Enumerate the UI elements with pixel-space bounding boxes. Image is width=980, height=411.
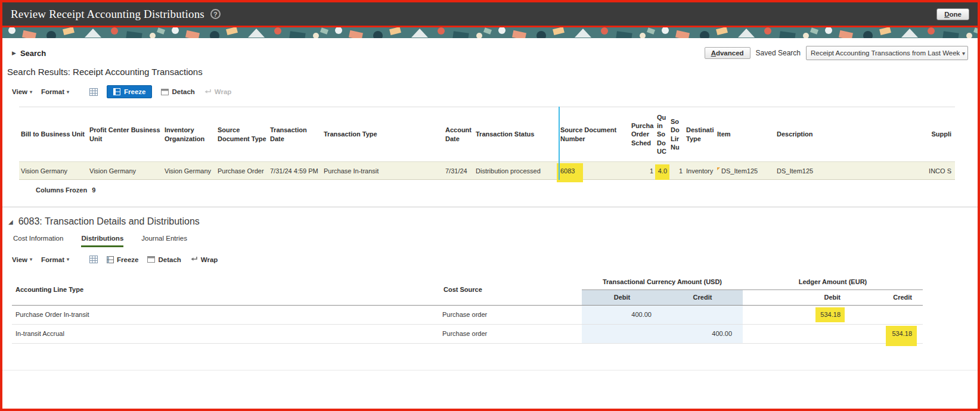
detach-button-label: Detach (172, 88, 194, 95)
view-menu-label: View (12, 256, 27, 263)
chevron-down-icon: ▾ (67, 257, 69, 262)
detach-icon (161, 89, 169, 95)
results-table-container: Bill to Business Unit Profit Center Busi… (2, 107, 978, 180)
freeze-button[interactable]: Freeze (107, 85, 152, 98)
format-menu-button[interactable]: Format ▾ (41, 256, 69, 263)
disclosure-expanded-icon[interactable]: ◢ (8, 219, 13, 225)
wrap-button-label: Wrap (215, 88, 232, 95)
column-header[interactable]: Transaction Date (268, 107, 322, 162)
distribution-row[interactable]: In-transit Accrual Purchase order 400.00… (12, 324, 923, 343)
chevron-down-icon: ▾ (30, 257, 32, 262)
cell-source-doc-number: 6083 (559, 162, 629, 180)
results-data-row[interactable]: Vision Germany Vision Germany Vision Ger… (19, 162, 955, 180)
grid-icon-button[interactable] (89, 88, 98, 96)
highlight-eur-credit: 534.18 (886, 326, 917, 346)
detach-button[interactable]: Detach (161, 88, 194, 95)
search-panel-header: ▶ Search Advanced Saved Search Receipt A… (2, 38, 978, 61)
column-header[interactable]: Description (775, 107, 910, 162)
column-header[interactable]: Qu in So Do UC (655, 107, 669, 162)
distributions-table: Accounting Line Type Cost Source Transac… (12, 274, 923, 344)
tab-distributions[interactable]: Distributions (81, 235, 123, 247)
columns-frozen-status: Columns Frozen9 (36, 186, 978, 194)
detach-icon (147, 256, 155, 263)
column-header[interactable]: Transaction Type (322, 107, 444, 162)
column-header[interactable]: Inventory Organization (163, 107, 216, 162)
column-header[interactable]: Account Date (444, 107, 474, 162)
column-header-usd-debit: Debit (582, 289, 662, 305)
details-section-header: ◢ 6083: Transaction Details and Distribu… (2, 207, 978, 227)
cell-usd-credit (662, 305, 743, 324)
item-value: DS_Item125 (721, 167, 758, 175)
cell-cost-source: Purchase order (440, 324, 582, 343)
group-header-eur: Ledger Amount (EUR) (743, 274, 923, 289)
grid-icon (89, 88, 98, 96)
chevron-down-icon: ▾ (67, 89, 69, 95)
detach-button[interactable]: Detach (147, 256, 181, 263)
column-header[interactable]: Profit Center Business Unit (88, 107, 163, 162)
results-table: Bill to Business Unit Profit Center Busi… (19, 107, 955, 180)
results-toolbar: View ▾ Format ▾ Freeze Detach (2, 77, 978, 103)
cell-item: DS_Item125 (715, 162, 775, 180)
cell-description: DS_Item125 (775, 162, 910, 180)
column-header[interactable]: Bill to Business Unit (19, 107, 88, 162)
grid-icon-button[interactable] (89, 256, 98, 263)
banner-pattern-image (2, 27, 978, 38)
search-disclosure-toggle[interactable]: ▶ Search (12, 49, 46, 58)
cell-transaction-type: Purchase In-transit (322, 162, 444, 180)
advanced-search-button[interactable]: Advanced (705, 47, 750, 59)
disclosure-collapsed-icon: ▶ (12, 50, 16, 56)
columns-frozen-label: Columns Frozen (36, 186, 87, 194)
tab-cost-information[interactable]: Cost Information (13, 235, 63, 247)
cell-usd-credit: 400.00 (662, 324, 743, 343)
column-header[interactable]: Purcha Order Sched (629, 107, 655, 162)
format-menu-label: Format (41, 88, 64, 95)
freeze-button-label: Freeze (117, 256, 138, 263)
done-button-label: Done (944, 11, 962, 18)
wrap-button[interactable]: Wrap (190, 256, 218, 263)
saved-search-selected-value: Receipt Accounting Transactions from Las… (811, 49, 960, 57)
column-header[interactable]: Source Document Number (559, 107, 629, 162)
cell-usd-debit (582, 324, 662, 343)
freeze-button-label: Freeze (124, 88, 145, 95)
format-menu-button[interactable]: Format ▾ (41, 88, 69, 95)
content-bottom-border (2, 370, 978, 370)
column-header-eur-debit: Debit (743, 289, 851, 305)
done-button[interactable]: Done (936, 8, 969, 20)
column-header[interactable]: Source Document Type (216, 107, 268, 162)
tab-journal-entries[interactable]: Journal Entries (141, 235, 187, 247)
help-icon[interactable]: ? (210, 9, 221, 19)
column-header[interactable]: So Do Lir Nu (669, 107, 684, 162)
results-header-row: Bill to Business Unit Profit Center Busi… (19, 107, 955, 162)
search-section-label: Search (20, 49, 46, 58)
cell-profit-center-bu: Vision Germany (88, 162, 163, 180)
page-title: Review Receipt Accounting Distributions (11, 8, 204, 21)
cell-account-date: 7/31/24 (444, 162, 474, 180)
columns-frozen-count: 9 (92, 186, 95, 194)
advanced-button-label: Advanced (711, 49, 744, 57)
wrap-button-label: Wrap (201, 256, 218, 263)
grid-icon (89, 256, 98, 263)
cell-usd-debit: 400.00 (582, 305, 662, 324)
column-header[interactable]: Transaction Status (474, 107, 559, 162)
saved-search-select[interactable]: Receipt Accounting Transactions from Las… (806, 46, 968, 60)
decorative-banner (2, 27, 978, 38)
cell-transaction-status: Distribution processed (474, 162, 559, 180)
cell-transaction-date: 7/31/24 4:59 PM (268, 162, 322, 180)
details-tabs: Cost Information Distributions Journal E… (2, 227, 978, 247)
view-menu-button[interactable]: View ▾ (12, 88, 32, 95)
view-menu-button[interactable]: View ▾ (12, 256, 32, 263)
freeze-button[interactable]: Freeze (107, 256, 138, 263)
highlight-eur-debit: 534.18 (815, 307, 845, 322)
distribution-row[interactable]: Purchase Order In-transit Purchase order… (12, 305, 923, 324)
freeze-icon (113, 88, 120, 95)
freeze-icon (107, 256, 114, 263)
cell-eur-credit (851, 305, 923, 324)
cell-destination-type: Inventory (684, 162, 715, 180)
freeze-column-indicator (559, 107, 560, 180)
column-header[interactable]: Item (715, 107, 775, 162)
column-header[interactable]: Destinati Type (684, 107, 715, 162)
wrap-icon (204, 89, 212, 95)
cell-inventory-org: Vision Germany (163, 162, 216, 180)
column-header[interactable]: Suppli (910, 107, 955, 162)
view-menu-label: View (12, 88, 27, 95)
